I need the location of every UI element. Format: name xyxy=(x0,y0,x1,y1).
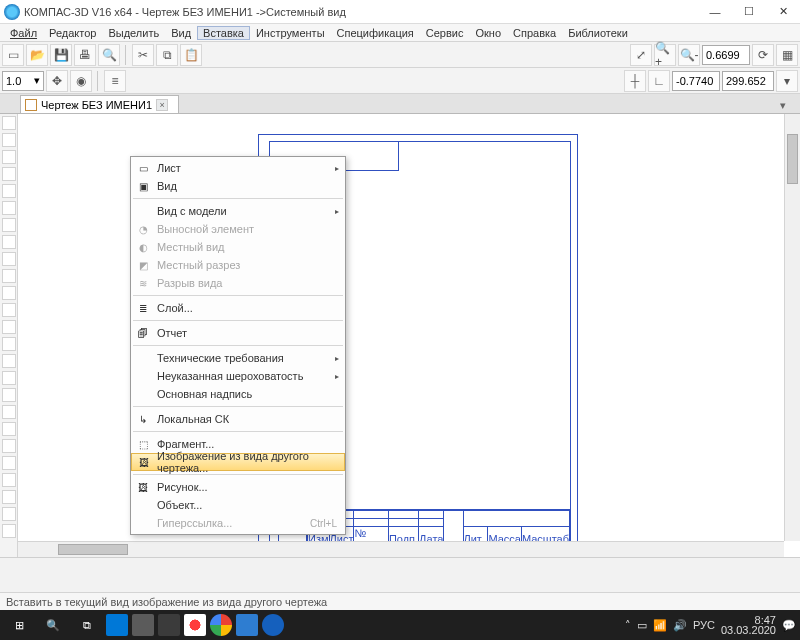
menu-libs[interactable]: Библиотеки xyxy=(562,26,634,40)
tool-spline[interactable] xyxy=(2,201,16,215)
taskbar-app3[interactable] xyxy=(158,614,180,636)
maximize-button[interactable]: ☐ xyxy=(732,0,766,24)
taskbar-app1[interactable] xyxy=(106,614,128,636)
redraw-button[interactable]: ▦ xyxy=(776,44,798,66)
start-button[interactable]: ⊞ xyxy=(4,612,34,638)
taskbar-app2[interactable] xyxy=(132,614,154,636)
tool-extra2[interactable] xyxy=(2,473,16,487)
tool-point[interactable] xyxy=(2,116,16,130)
taskview-button[interactable]: ⧉ xyxy=(72,612,102,638)
tool-assoc[interactable] xyxy=(2,371,16,385)
mi-local-cs[interactable]: ↳Локальная СК xyxy=(131,410,345,428)
tool-report[interactable] xyxy=(2,405,16,419)
tray-clock[interactable]: 8:47 03.03.2020 xyxy=(721,615,776,635)
new-button[interactable]: ▭ xyxy=(2,44,24,66)
minimize-button[interactable]: — xyxy=(698,0,732,24)
mi-picture[interactable]: 🖼Рисунок... xyxy=(131,478,345,496)
tool-extra1[interactable] xyxy=(2,456,16,470)
coord-x-field[interactable]: -0.7740 xyxy=(672,71,720,91)
mi-object[interactable]: Объект... xyxy=(131,496,345,514)
layer-button[interactable]: ≡ xyxy=(104,70,126,92)
menu-service[interactable]: Сервис xyxy=(420,26,470,40)
mi-roughness[interactable]: Неуказанная шероховатость▸ xyxy=(131,367,345,385)
taskbar-app-kompas[interactable] xyxy=(262,614,284,636)
menu-window[interactable]: Окно xyxy=(469,26,507,40)
menu-help[interactable]: Справка xyxy=(507,26,562,40)
menu-tools[interactable]: Инструменты xyxy=(250,26,331,40)
tool-line[interactable] xyxy=(2,133,16,147)
tool-dim[interactable] xyxy=(2,269,16,283)
preview-button[interactable]: 🔍 xyxy=(98,44,120,66)
taskbar-app5[interactable] xyxy=(236,614,258,636)
tool-circle[interactable] xyxy=(2,150,16,164)
mi-model-view[interactable]: Вид с модели▸ xyxy=(131,202,345,220)
tray-up-icon[interactable]: ˄ xyxy=(625,619,631,632)
tray-battery-icon[interactable]: ▭ xyxy=(637,619,647,632)
ortho-toggle[interactable]: ∟ xyxy=(648,70,670,92)
mi-main-inscription[interactable]: Основная надпись xyxy=(131,385,345,403)
tray-sound-icon[interactable]: 🔊 xyxy=(673,619,687,632)
tool-tbl[interactable] xyxy=(2,303,16,317)
tab-dropdown-icon[interactable]: ▾ xyxy=(780,99,794,113)
tool-spec[interactable] xyxy=(2,388,16,402)
mi-sheet[interactable]: ▭Лист▸ xyxy=(131,159,345,177)
doc-close-icon[interactable]: × xyxy=(156,99,168,111)
orbit-button[interactable]: ◉ xyxy=(70,70,92,92)
open-button[interactable]: 📂 xyxy=(26,44,48,66)
tray-notifications-icon[interactable]: 💬 xyxy=(782,619,796,632)
mi-view[interactable]: ▣Вид xyxy=(131,177,345,195)
menu-edit[interactable]: Редактор xyxy=(43,26,102,40)
mi-report[interactable]: 🗐Отчет xyxy=(131,324,345,342)
close-button[interactable]: ✕ xyxy=(766,0,800,24)
refresh-button[interactable]: ⟳ xyxy=(752,44,774,66)
tray-lang[interactable]: РУС xyxy=(693,619,715,631)
taskbar-app-yandex[interactable] xyxy=(184,614,206,636)
mi-layer[interactable]: ≣Слой... xyxy=(131,299,345,317)
coord-y-field[interactable]: 299.652 xyxy=(722,71,774,91)
tool-text[interactable] xyxy=(2,235,16,249)
search-button[interactable]: 🔍 xyxy=(38,612,68,638)
tool-extra5[interactable] xyxy=(2,524,16,538)
taskbar-app-chrome[interactable] xyxy=(210,614,232,636)
menu-spec[interactable]: Спецификация xyxy=(331,26,420,40)
menu-insert[interactable]: Вставка xyxy=(197,26,250,40)
zoom-field[interactable]: 0.6699 xyxy=(702,45,750,65)
doc-tab[interactable]: Чертеж БЕЗ ИМЕНИ1 × xyxy=(20,95,179,113)
scrollbar-horizontal[interactable] xyxy=(18,541,784,557)
tool-extra4[interactable] xyxy=(2,507,16,521)
scale-field[interactable]: 1.0▾ xyxy=(2,71,44,91)
snap-toggle[interactable]: ┼ xyxy=(624,70,646,92)
tray-wifi-icon[interactable]: 📶 xyxy=(653,619,667,632)
print-button[interactable]: 🖶 xyxy=(74,44,96,66)
save-button[interactable]: 💾 xyxy=(50,44,72,66)
tool-arc[interactable] xyxy=(2,167,16,181)
tool-sym[interactable] xyxy=(2,286,16,300)
layer-icon: ≣ xyxy=(135,300,151,316)
tool-more[interactable] xyxy=(2,439,16,453)
menu-view[interactable]: Вид xyxy=(165,26,197,40)
report-icon: 🗐 xyxy=(135,325,151,341)
tool-edit[interactable] xyxy=(2,320,16,334)
pan-button[interactable]: ✥ xyxy=(46,70,68,92)
zoom-fit-button[interactable]: ⤢ xyxy=(630,44,652,66)
zoom-in-button[interactable]: 🔍+ xyxy=(654,44,676,66)
scrollbar-vertical[interactable] xyxy=(784,114,800,541)
mi-image-other-drawing[interactable]: 🖼Изображение из вида другого чертежа... xyxy=(131,453,345,471)
tool-insert[interactable] xyxy=(2,422,16,436)
tool-extra3[interactable] xyxy=(2,490,16,504)
zoom-out-button[interactable]: 🔍- xyxy=(678,44,700,66)
copy-button[interactable]: ⧉ xyxy=(156,44,178,66)
tool-rect[interactable] xyxy=(2,218,16,232)
menu-select[interactable]: Выделить xyxy=(102,26,165,40)
menu-file[interactable]: Файл xyxy=(4,26,43,40)
tool-ellipse[interactable] xyxy=(2,184,16,198)
tool-param[interactable] xyxy=(2,354,16,368)
remote-el-icon: ◔ xyxy=(135,221,151,237)
cut-button[interactable]: ✂ xyxy=(132,44,154,66)
tool-meas[interactable] xyxy=(2,337,16,351)
coord-more[interactable]: ▾ xyxy=(776,70,798,92)
status-text: Вставить в текущий вид изображение из ви… xyxy=(6,596,327,608)
tool-hatch[interactable] xyxy=(2,252,16,266)
paste-button[interactable]: 📋 xyxy=(180,44,202,66)
mi-tech-req[interactable]: Технические требования▸ xyxy=(131,349,345,367)
